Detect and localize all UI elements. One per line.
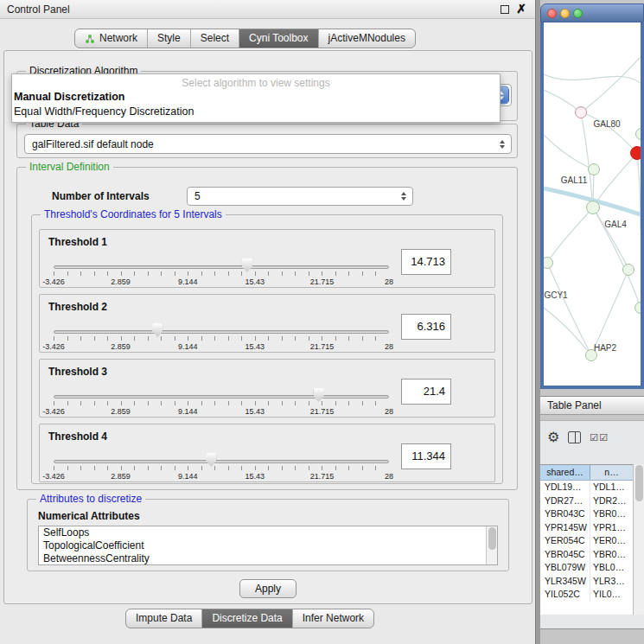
table-row[interactable]: YPR145WYPR1… (540, 521, 633, 535)
table-cell[interactable]: YDR27… (540, 494, 590, 508)
column-header-name[interactable]: n… (590, 465, 633, 481)
table-cell[interactable]: YBR0… (590, 507, 633, 521)
table-cell[interactable]: YPR1… (590, 521, 633, 535)
network-node[interactable] (622, 264, 634, 276)
network-node[interactable] (630, 146, 644, 160)
network-node-label: GAL11 (561, 175, 587, 185)
table-row[interactable]: YBR043CYBR0… (540, 507, 633, 521)
slider-tick-labels: -3.4262.8599.14415.4321.71528 (54, 454, 389, 481)
tab-cyni-toolbox[interactable]: Cyni Toolbox (239, 29, 318, 48)
threshold-1-slider[interactable]: -3.4262.8599.14415.4321.71528 (54, 259, 389, 287)
attribute-list-item[interactable]: TopologicalCoefficient (39, 539, 497, 552)
table-cell[interactable]: YER0… (590, 534, 633, 548)
table-cell[interactable]: YDR2… (590, 494, 633, 508)
table-cell[interactable]: YIL0… (590, 588, 633, 602)
threshold-3-slider[interactable]: -3.4262.8599.14415.4321.71528 (54, 389, 389, 417)
close-icon[interactable]: ✗ (516, 2, 526, 16)
network-node[interactable] (541, 257, 553, 269)
attribute-list-item[interactable]: BetweennessCentrality (39, 552, 497, 565)
tab-network[interactable]: Network (75, 29, 148, 48)
scrollbar-thumb[interactable] (488, 527, 496, 550)
table-cell[interactable]: YBR043C (540, 507, 590, 521)
minimize-traffic-light-icon[interactable] (560, 9, 570, 18)
table-cell[interactable]: YBR0… (590, 548, 633, 562)
table-cell[interactable]: YPR145W (540, 521, 590, 535)
table-toolbar: ⚙ ☑☑ (547, 424, 642, 450)
float-window-icon[interactable] (501, 5, 509, 14)
tab-label: Infer Network (303, 609, 364, 628)
gear-icon[interactable]: ⚙ (547, 430, 559, 444)
apply-button[interactable]: Apply (239, 579, 296, 598)
threshold-3-panel: Threshold 3 -3.4262.8599.14415.4321.7152… (39, 359, 495, 418)
threshold-value-field[interactable]: 6.316 (401, 314, 451, 340)
table-cell[interactable]: YIL052C (540, 588, 590, 602)
threshold-4-slider[interactable]: -3.4262.8599.14415.4321.71528 (54, 454, 389, 481)
tab-impute-data[interactable]: Impute Data (126, 609, 202, 628)
network-node[interactable] (588, 163, 600, 175)
table-cell[interactable]: YBR045C (540, 548, 590, 562)
threshold-value-field[interactable]: 11.344 (401, 443, 451, 469)
scrollbar-thumb[interactable] (635, 465, 643, 501)
table-row[interactable]: YDL19…YDL1… (540, 481, 633, 494)
table-cell[interactable]: YLR3… (590, 575, 633, 589)
algorithm-option[interactable]: Equal Width/Frequency Discretization (12, 105, 500, 119)
slider-tick-labels: -3.4262.8599.14415.4321.71528 (54, 389, 389, 417)
combo-value: 5 (194, 190, 201, 202)
table-cell[interactable]: YLR345W (540, 575, 590, 589)
table-row[interactable]: YBR045CYBR0… (540, 548, 633, 562)
attribute-list-item[interactable]: SelfLoops (39, 526, 497, 539)
tick-label: 21.715 (310, 277, 335, 286)
table-row[interactable]: YBL079WYBL0… (540, 561, 633, 575)
list-scrollbar[interactable] (486, 526, 497, 564)
network-node[interactable] (635, 128, 644, 140)
table-data-select[interactable]: galFiltered.sif default node (24, 134, 512, 154)
control-panel-titlebar[interactable]: Control Panel ✗ (0, 0, 535, 19)
attributes-listbox[interactable]: SelfLoopsTopologicalCoefficientBetweenne… (38, 526, 498, 565)
threshold-2-slider[interactable]: -3.4262.8599.14415.4321.71528 (54, 324, 389, 352)
tab-discretize-data[interactable]: Discretize Data (202, 609, 292, 628)
table-row[interactable]: YER054CYER0… (540, 534, 633, 548)
algorithm-dropdown: Select algorithm to view settings Manual… (11, 73, 501, 123)
tab-infer-network[interactable]: Infer Network (293, 609, 373, 628)
group-title: Attributes to discretize (36, 493, 145, 505)
threshold-label: Threshold 1 (48, 236, 107, 248)
table-cell[interactable]: YDL1… (590, 481, 633, 494)
checkbox-icons[interactable]: ☑☑ (590, 432, 609, 443)
zoom-traffic-light-icon[interactable] (573, 9, 583, 18)
table-row[interactable]: YIL052CYIL0… (540, 588, 633, 602)
table-cell[interactable]: YBL0… (590, 561, 633, 575)
network-window-titlebar[interactable] (540, 3, 644, 22)
column-header-shared-name[interactable]: shared… (540, 465, 590, 481)
tab-label: Discretize Data (212, 609, 282, 628)
number-of-intervals-select[interactable]: 5 (187, 187, 413, 206)
table-row[interactable]: YLR345WYLR3… (540, 575, 633, 589)
table-panel-header[interactable]: Table Panel (540, 396, 644, 415)
threshold-label: Threshold 3 (48, 366, 107, 378)
dropdown-placeholder: Select algorithm to view settings (12, 74, 500, 90)
tab-style[interactable]: Style (148, 29, 191, 48)
tick-label: 9.144 (178, 407, 198, 416)
network-canvas[interactable]: GAL80GAL11GAL4GCY1HAP2 (540, 22, 644, 389)
table-row[interactable]: YDR27…YDR2… (540, 494, 633, 508)
tick-label: 9.144 (178, 472, 198, 481)
numerical-attributes-label: Numerical Attributes (38, 510, 140, 522)
network-node[interactable] (586, 201, 600, 214)
network-node[interactable] (575, 106, 587, 118)
tab-select[interactable]: Select (191, 29, 239, 48)
top-tabbar: Network Style Select Cyni Toolbox jActiv… (74, 29, 416, 48)
columns-icon[interactable] (568, 431, 581, 443)
tick-label: 28 (385, 277, 393, 286)
table-cell[interactable]: YER054C (540, 534, 590, 548)
algorithm-option[interactable]: Manual Discretization (12, 90, 500, 105)
table-cell[interactable]: YBL079W (540, 561, 590, 575)
table-cell[interactable]: YDL19… (540, 481, 590, 494)
tick-label: 21.715 (310, 342, 335, 351)
algorithm-option-list: Manual DiscretizationEqual Width/Frequen… (12, 90, 500, 119)
table-scrollbar[interactable] (633, 464, 644, 615)
threshold-value-field[interactable]: 21.4 (401, 379, 451, 405)
threshold-value-field[interactable]: 14.713 (401, 249, 451, 275)
stepper-icon (497, 137, 507, 151)
close-traffic-light-icon[interactable] (547, 9, 557, 18)
network-node[interactable] (634, 302, 644, 314)
tab-jactivemnodules[interactable]: jActiveMNodules (319, 29, 415, 48)
